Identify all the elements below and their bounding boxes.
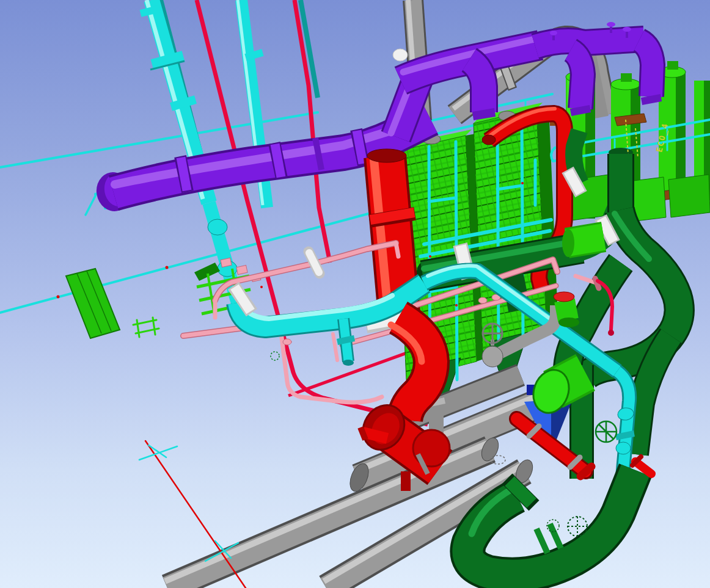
tick	[260, 286, 263, 288]
flange	[571, 109, 590, 112]
valve-ball	[482, 346, 503, 367]
flange	[616, 434, 634, 437]
pipe-opening	[367, 149, 406, 162]
cad-3d-viewport[interactable]: ECO_4	[0, 0, 710, 588]
flange	[337, 338, 354, 342]
top-run	[535, 39, 644, 46]
vent-cap	[550, 31, 557, 35]
tick	[57, 296, 60, 299]
flange	[642, 98, 661, 101]
drop	[571, 50, 583, 109]
vessel-neck	[667, 61, 678, 70]
tick	[521, 182, 524, 184]
tick	[455, 304, 458, 307]
filter-base	[558, 318, 579, 327]
flange	[141, 9, 160, 13]
flange	[181, 158, 187, 191]
tick	[429, 255, 431, 258]
flange	[246, 53, 263, 57]
tick	[166, 266, 169, 269]
pink-box	[221, 258, 232, 267]
flange	[275, 144, 281, 177]
pink-box	[236, 265, 247, 274]
vessel-neck	[621, 73, 632, 82]
valve-body	[208, 219, 227, 235]
model-scene: ECO_4	[0, 0, 710, 588]
green-valve-handwheel[interactable]	[596, 421, 617, 442]
equipment-box	[668, 175, 710, 217]
filter-red-cap	[554, 292, 574, 302]
filter-body	[565, 300, 568, 320]
valve-body	[478, 297, 487, 303]
vent-cap	[607, 22, 615, 27]
flange	[473, 112, 495, 116]
white-fitting	[393, 49, 408, 61]
end-cap	[343, 360, 354, 366]
pump-cap	[562, 229, 574, 257]
valve-body	[283, 339, 291, 345]
valve-body	[616, 442, 631, 454]
flange	[357, 131, 363, 164]
valve-blob	[608, 330, 614, 336]
vent-cap	[623, 27, 631, 32]
pipe-opening	[482, 135, 496, 145]
pump-volute	[413, 430, 450, 466]
